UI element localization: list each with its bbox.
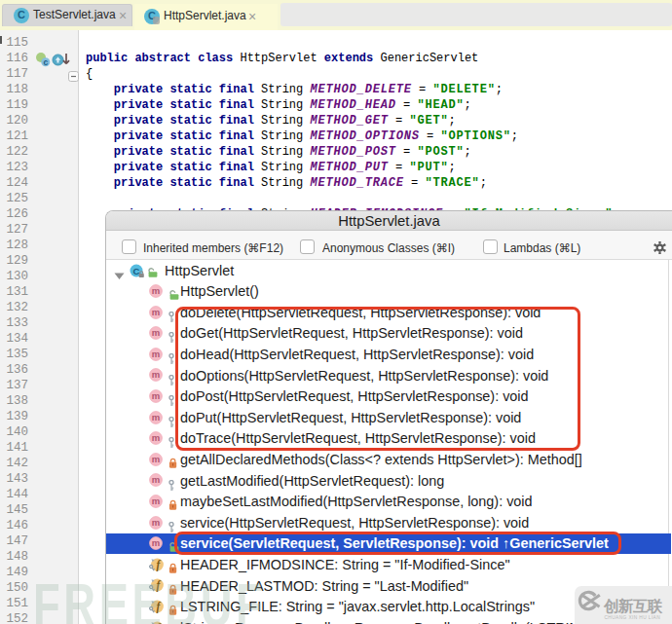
svg-text:C: C [132,265,139,275]
svg-text:m: m [151,538,159,549]
svg-text:m: m [151,390,159,401]
svg-text:m: m [151,517,159,528]
svg-text:m: m [151,496,159,506]
svg-text:c: c [43,57,48,67]
svg-text:m: m [151,454,159,464]
svg-text:m: m [151,349,159,359]
svg-text:CHUANG XIN HU LIAN: CHUANG XIN HU LIAN [605,615,661,620]
svg-text:m: m [151,328,159,339]
svg-text:m: m [151,285,159,296]
svg-text:m: m [151,370,159,381]
svg-text:创新互联: 创新互联 [603,598,663,614]
svg-text:m: m [151,412,159,422]
svg-text:m: m [151,307,159,317]
svg-text:m: m [151,433,159,444]
svg-text:m: m [151,475,159,486]
